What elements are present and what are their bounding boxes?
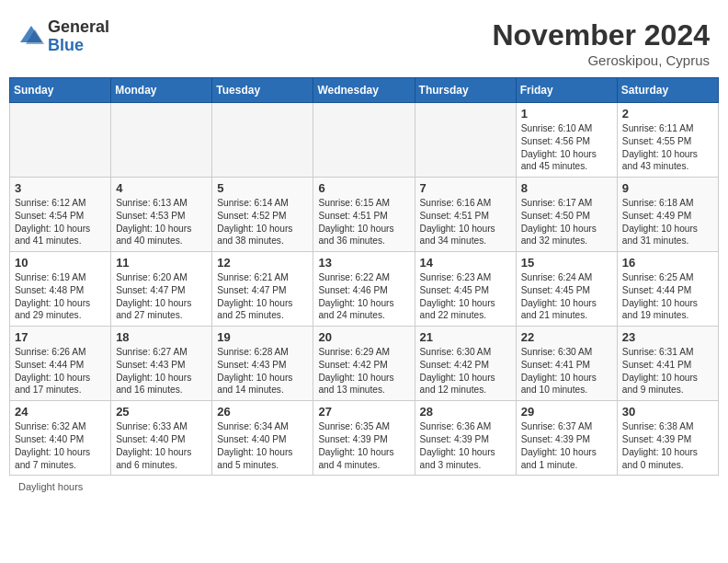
calendar-day-cell: 30Sunrise: 6:38 AM Sunset: 4:39 PM Dayli… bbox=[617, 401, 718, 476]
day-info: Sunrise: 6:27 AM Sunset: 4:43 PM Dayligh… bbox=[116, 346, 207, 396]
day-number: 28 bbox=[420, 405, 511, 419]
day-info: Sunrise: 6:19 AM Sunset: 4:48 PM Dayligh… bbox=[15, 271, 106, 322]
logo-icon bbox=[18, 24, 44, 50]
day-number: 14 bbox=[420, 256, 511, 270]
day-number: 15 bbox=[521, 256, 612, 270]
weekday-header: Thursday bbox=[415, 78, 516, 103]
calendar-day-cell: 15Sunrise: 6:24 AM Sunset: 4:45 PM Dayli… bbox=[516, 252, 617, 327]
day-number: 17 bbox=[15, 330, 106, 344]
day-info: Sunrise: 6:17 AM Sunset: 4:50 PM Dayligh… bbox=[521, 197, 612, 247]
calendar-day-cell: 25Sunrise: 6:33 AM Sunset: 4:40 PM Dayli… bbox=[111, 401, 212, 476]
daylight-label: Daylight hours bbox=[18, 481, 83, 492]
day-info: Sunrise: 6:20 AM Sunset: 4:47 PM Dayligh… bbox=[116, 271, 207, 322]
day-number: 30 bbox=[622, 405, 713, 419]
day-info: Sunrise: 6:10 AM Sunset: 4:56 PM Dayligh… bbox=[521, 122, 612, 173]
calendar-day-cell: 4Sunrise: 6:13 AM Sunset: 4:53 PM Daylig… bbox=[111, 178, 212, 252]
day-info: Sunrise: 6:14 AM Sunset: 4:52 PM Dayligh… bbox=[217, 197, 308, 247]
calendar-day-cell: 14Sunrise: 6:23 AM Sunset: 4:45 PM Dayli… bbox=[415, 252, 516, 327]
calendar-footer: Daylight hours bbox=[9, 481, 719, 492]
calendar-day-cell: 10Sunrise: 6:19 AM Sunset: 4:48 PM Dayli… bbox=[10, 252, 111, 327]
day-number: 23 bbox=[622, 330, 713, 344]
calendar-day-cell: 23Sunrise: 6:31 AM Sunset: 4:41 PM Dayli… bbox=[617, 327, 718, 401]
calendar-day-cell: 26Sunrise: 6:34 AM Sunset: 4:40 PM Dayli… bbox=[212, 401, 313, 476]
day-info: Sunrise: 6:12 AM Sunset: 4:54 PM Dayligh… bbox=[15, 197, 106, 247]
day-info: Sunrise: 6:21 AM Sunset: 4:47 PM Dayligh… bbox=[217, 271, 308, 322]
calendar-day-cell: 9Sunrise: 6:18 AM Sunset: 4:49 PM Daylig… bbox=[617, 178, 718, 252]
calendar-week-row: 24Sunrise: 6:32 AM Sunset: 4:40 PM Dayli… bbox=[10, 401, 719, 476]
day-number: 8 bbox=[521, 181, 612, 195]
day-number: 21 bbox=[420, 330, 511, 344]
day-info: Sunrise: 6:24 AM Sunset: 4:45 PM Dayligh… bbox=[521, 271, 612, 322]
logo: General Blue bbox=[18, 18, 109, 55]
calendar-day-cell: 3Sunrise: 6:12 AM Sunset: 4:54 PM Daylig… bbox=[10, 178, 111, 252]
day-info: Sunrise: 6:32 AM Sunset: 4:40 PM Dayligh… bbox=[15, 420, 106, 471]
calendar-day-cell: 12Sunrise: 6:21 AM Sunset: 4:47 PM Dayli… bbox=[212, 252, 313, 327]
calendar-day-cell: 28Sunrise: 6:36 AM Sunset: 4:39 PM Dayli… bbox=[415, 401, 516, 476]
day-info: Sunrise: 6:33 AM Sunset: 4:40 PM Dayligh… bbox=[116, 420, 207, 471]
day-info: Sunrise: 6:36 AM Sunset: 4:39 PM Dayligh… bbox=[420, 420, 511, 471]
calendar-day-cell: 1Sunrise: 6:10 AM Sunset: 4:56 PM Daylig… bbox=[516, 103, 617, 178]
day-info: Sunrise: 6:29 AM Sunset: 4:42 PM Dayligh… bbox=[318, 346, 409, 396]
calendar-day-cell: 16Sunrise: 6:25 AM Sunset: 4:44 PM Dayli… bbox=[617, 252, 718, 327]
calendar-week-row: 10Sunrise: 6:19 AM Sunset: 4:48 PM Dayli… bbox=[10, 252, 719, 327]
day-info: Sunrise: 6:28 AM Sunset: 4:43 PM Dayligh… bbox=[217, 346, 308, 396]
calendar-day-cell: 13Sunrise: 6:22 AM Sunset: 4:46 PM Dayli… bbox=[313, 252, 415, 327]
day-number: 26 bbox=[217, 405, 308, 419]
day-info: Sunrise: 6:30 AM Sunset: 4:42 PM Dayligh… bbox=[420, 346, 511, 396]
day-number: 9 bbox=[622, 181, 713, 195]
calendar-day-cell: 27Sunrise: 6:35 AM Sunset: 4:39 PM Dayli… bbox=[313, 401, 415, 476]
day-number: 18 bbox=[116, 330, 207, 344]
day-info: Sunrise: 6:13 AM Sunset: 4:53 PM Dayligh… bbox=[116, 197, 207, 247]
calendar-week-row: 3Sunrise: 6:12 AM Sunset: 4:54 PM Daylig… bbox=[10, 178, 719, 252]
calendar-day-cell: 17Sunrise: 6:26 AM Sunset: 4:44 PM Dayli… bbox=[10, 327, 111, 401]
day-info: Sunrise: 6:25 AM Sunset: 4:44 PM Dayligh… bbox=[622, 271, 713, 322]
day-number: 22 bbox=[521, 330, 612, 344]
calendar-table: SundayMondayTuesdayWednesdayThursdayFrid… bbox=[9, 77, 719, 476]
calendar-day-cell: 8Sunrise: 6:17 AM Sunset: 4:50 PM Daylig… bbox=[516, 178, 617, 252]
calendar-day-cell: 2Sunrise: 6:11 AM Sunset: 4:55 PM Daylig… bbox=[617, 103, 718, 178]
calendar-day-cell: 20Sunrise: 6:29 AM Sunset: 4:42 PM Dayli… bbox=[313, 327, 415, 401]
calendar-day-cell: 19Sunrise: 6:28 AM Sunset: 4:43 PM Dayli… bbox=[212, 327, 313, 401]
weekday-header: Sunday bbox=[10, 78, 111, 103]
day-info: Sunrise: 6:26 AM Sunset: 4:44 PM Dayligh… bbox=[15, 346, 106, 396]
day-number: 25 bbox=[116, 405, 207, 419]
weekday-header: Tuesday bbox=[212, 78, 313, 103]
month-year-title: November 2024 bbox=[492, 18, 710, 52]
day-number: 7 bbox=[420, 181, 511, 195]
calendar-day-cell: 21Sunrise: 6:30 AM Sunset: 4:42 PM Dayli… bbox=[415, 327, 516, 401]
day-number: 2 bbox=[622, 107, 713, 121]
calendar-day-cell bbox=[415, 103, 516, 178]
day-number: 13 bbox=[318, 256, 409, 270]
weekday-header: Friday bbox=[516, 78, 617, 103]
weekday-header: Monday bbox=[111, 78, 212, 103]
calendar-day-cell: 7Sunrise: 6:16 AM Sunset: 4:51 PM Daylig… bbox=[415, 178, 516, 252]
day-number: 29 bbox=[521, 405, 612, 419]
calendar-day-cell: 11Sunrise: 6:20 AM Sunset: 4:47 PM Dayli… bbox=[111, 252, 212, 327]
day-number: 27 bbox=[318, 405, 409, 419]
page-header: General Blue November 2024 Geroskipou, C… bbox=[9, 9, 719, 73]
calendar-week-row: 1Sunrise: 6:10 AM Sunset: 4:56 PM Daylig… bbox=[10, 103, 719, 178]
calendar-day-cell bbox=[212, 103, 313, 178]
weekday-header: Wednesday bbox=[313, 78, 415, 103]
day-info: Sunrise: 6:37 AM Sunset: 4:39 PM Dayligh… bbox=[521, 420, 612, 471]
day-number: 20 bbox=[318, 330, 409, 344]
day-info: Sunrise: 6:22 AM Sunset: 4:46 PM Dayligh… bbox=[318, 271, 409, 322]
calendar-week-row: 17Sunrise: 6:26 AM Sunset: 4:44 PM Dayli… bbox=[10, 327, 719, 401]
day-number: 10 bbox=[15, 256, 106, 270]
day-info: Sunrise: 6:30 AM Sunset: 4:41 PM Dayligh… bbox=[521, 346, 612, 396]
day-number: 4 bbox=[116, 181, 207, 195]
calendar-day-cell bbox=[10, 103, 111, 178]
calendar-day-cell bbox=[313, 103, 415, 178]
day-info: Sunrise: 6:34 AM Sunset: 4:40 PM Dayligh… bbox=[217, 420, 308, 471]
weekday-header: Saturday bbox=[617, 78, 718, 103]
logo-blue: Blue bbox=[48, 37, 109, 55]
day-number: 5 bbox=[217, 181, 308, 195]
calendar-day-cell: 5Sunrise: 6:14 AM Sunset: 4:52 PM Daylig… bbox=[212, 178, 313, 252]
title-section: November 2024 Geroskipou, Cyprus bbox=[492, 18, 710, 68]
day-number: 24 bbox=[15, 405, 106, 419]
logo-general: General bbox=[48, 18, 109, 37]
day-number: 3 bbox=[15, 181, 106, 195]
calendar-day-cell: 18Sunrise: 6:27 AM Sunset: 4:43 PM Dayli… bbox=[111, 327, 212, 401]
day-number: 6 bbox=[318, 181, 409, 195]
day-info: Sunrise: 6:31 AM Sunset: 4:41 PM Dayligh… bbox=[622, 346, 713, 396]
